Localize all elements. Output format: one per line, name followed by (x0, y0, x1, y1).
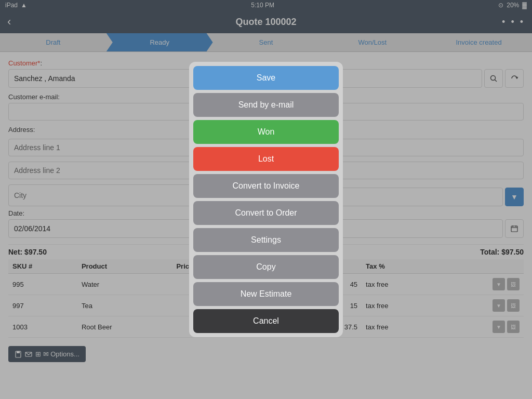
send-by-email-button[interactable]: Send by e-mail (193, 93, 339, 117)
new-estimate-button[interactable]: New Estimate (193, 282, 339, 306)
save-button[interactable]: Save (193, 66, 339, 90)
settings-button[interactable]: Settings (193, 228, 339, 252)
action-sheet: Save Send by e-mail Won Lost Convert to … (189, 62, 343, 337)
convert-to-order-button[interactable]: Convert to Order (193, 201, 339, 225)
cancel-button[interactable]: Cancel (193, 309, 339, 333)
lost-button[interactable]: Lost (193, 147, 339, 171)
modal-overlay[interactable]: Save Send by e-mail Won Lost Convert to … (0, 0, 532, 399)
copy-button[interactable]: Copy (193, 255, 339, 279)
won-button[interactable]: Won (193, 120, 339, 144)
convert-to-invoice-button[interactable]: Convert to Invoice (193, 174, 339, 198)
